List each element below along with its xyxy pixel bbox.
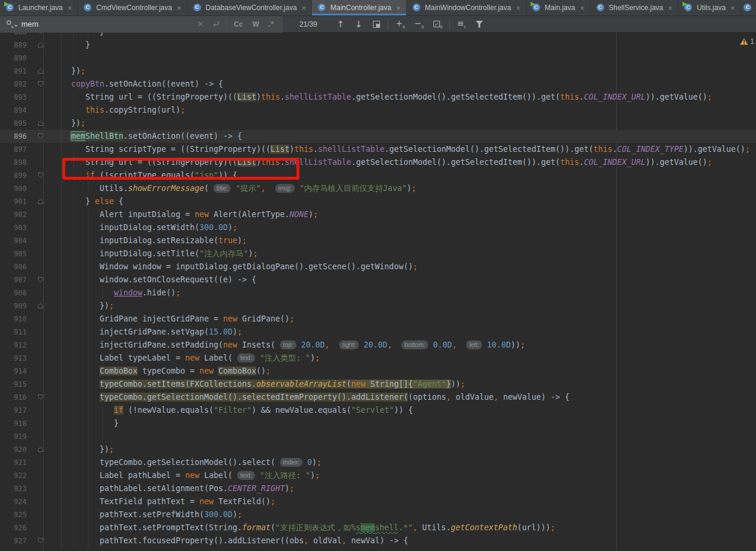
code-text[interactable]: } (62, 39, 756, 52)
tab-databaseviewcontroller-java[interactable]: CDatabaseViewController.java× (187, 0, 312, 15)
code-line-908[interactable]: 908 window.hide(); (0, 286, 756, 300)
code-line-914[interactable]: 914 ComboBox typeCombo = new ComboBox(); (0, 365, 756, 378)
code-line-913[interactable]: 913 Label typeLabel = new Label( text: "… (0, 352, 756, 365)
code-line-907[interactable]: 907 window.setOnCloseRequest((e) -> { (0, 273, 756, 286)
code-text[interactable]: Label pathLabel = new Label( text: "注入路径… (62, 469, 756, 482)
words-toggle[interactable]: W (253, 20, 259, 28)
clear-search-icon[interactable]: ✕ (197, 20, 203, 28)
code-text[interactable]: if (!scriptType.equals("jsp")) { (62, 169, 756, 182)
select-all-occurrences-button[interactable]: ✓II (433, 18, 442, 30)
close-tab-icon[interactable]: × (177, 4, 181, 12)
code-line-918[interactable]: 918 } (0, 417, 756, 430)
code-line-924[interactable]: 924 TextField pathText = new TextField()… (0, 495, 756, 508)
fold-down-icon[interactable] (27, 33, 62, 39)
code-text[interactable]: typeCombo.getSelectionModel().select( in… (62, 456, 756, 469)
remove-occurrence-button[interactable]: −II (414, 18, 424, 30)
code-text[interactable] (62, 430, 756, 443)
fold-up-icon[interactable] (27, 117, 62, 130)
code-line-905[interactable]: 905 inputDialog.setTitle("注入内存马"); (0, 247, 756, 260)
code-text[interactable]: Utils.showErrorMessage( title: "提示", msg… (62, 182, 756, 195)
search-input[interactable]: mem ✕ Cc W .* (0, 16, 283, 33)
code-text[interactable]: injectGridPane.setVgap(15.0D); (62, 326, 756, 339)
code-line-894[interactable]: 894 this.copyString(url); (0, 104, 756, 117)
code-text[interactable]: window.hide(); (62, 286, 756, 300)
regex-toggle[interactable]: .* (269, 20, 273, 28)
code-line-926[interactable]: 926 pathText.setPromptText(String.format… (0, 521, 756, 534)
tab-launcher-java[interactable]: CLauncher.java× (0, 0, 78, 15)
code-text[interactable]: } (62, 417, 756, 430)
close-tab-icon[interactable]: × (396, 4, 401, 12)
match-case-toggle[interactable]: Cc (234, 20, 243, 28)
code-line-912[interactable]: 912 injectGridPane.setPadding(new Insets… (0, 339, 756, 352)
code-text[interactable] (62, 52, 756, 65)
search-options-button[interactable]: ≡I (457, 18, 465, 30)
code-text[interactable]: typeCombo.setItems(FXCollections.observa… (62, 378, 756, 391)
code-text[interactable]: }); (62, 443, 756, 456)
code-line-919[interactable]: 919 (0, 430, 756, 443)
code-line-922[interactable]: 922 Label pathLabel = new Label( text: "… (0, 469, 756, 482)
fold-up-icon[interactable] (27, 39, 62, 52)
code-text[interactable]: inputDialog.setResizable(true); (62, 234, 756, 247)
code-line-921[interactable]: 921 typeCombo.getSelectionModel().select… (0, 456, 756, 469)
code-area[interactable]: 888 }889 }890891 });892 copyBtn.setOnAct… (0, 33, 756, 547)
code-text[interactable]: memShellBtn.setOnAction((event) -> { (62, 130, 756, 143)
close-tab-icon[interactable]: × (68, 4, 72, 12)
code-text[interactable]: }); (62, 65, 756, 78)
close-tab-icon[interactable]: × (302, 4, 307, 12)
search-icon[interactable] (6, 20, 18, 29)
filter-icon[interactable] (476, 21, 483, 28)
code-text[interactable]: inputDialog.setWidth(300.0D); (62, 221, 756, 234)
code-line-899[interactable]: 899 if (!scriptType.equals("jsp")) { (0, 169, 756, 182)
code-line-891[interactable]: 891 }); (0, 65, 756, 78)
code-text[interactable]: inputDialog.setTitle("注入内存马"); (62, 247, 756, 260)
code-line-903[interactable]: 903 inputDialog.setWidth(300.0D); (0, 221, 756, 234)
fold-up-icon[interactable] (27, 300, 62, 313)
code-line-923[interactable]: 923 pathLabel.setAlignment(Pos.CENTER_RI… (0, 482, 756, 495)
code-text[interactable]: window.setOnCloseRequest((e) -> { (62, 273, 756, 286)
code-text[interactable]: }); (62, 300, 756, 313)
fold-up-icon[interactable] (27, 65, 62, 78)
tab-main-java[interactable]: CMain.java× (527, 0, 591, 15)
code-line-895[interactable]: 895 }); (0, 117, 756, 130)
find-all-button[interactable] (373, 21, 380, 28)
previous-occurrence-button[interactable]: ↑ (337, 19, 344, 30)
search-query-text[interactable]: mem (21, 20, 193, 28)
code-line-917[interactable]: 917 if (!newValue.equals("Filter") && ne… (0, 404, 756, 417)
code-text[interactable]: } (62, 33, 756, 39)
fold-up-icon[interactable] (27, 195, 62, 208)
fold-down-icon[interactable] (27, 273, 62, 286)
code-line-889[interactable]: 889 } (0, 39, 756, 52)
fold-down-icon[interactable] (27, 169, 62, 182)
code-text[interactable]: String url = ((StringProperty)((List)thi… (62, 91, 756, 104)
tab-partial[interactable]: C (741, 0, 752, 15)
code-text[interactable]: pathText.setPrefWidth(300.0D); (62, 508, 756, 521)
tab-shellservice-java[interactable]: CShellService.java× (591, 0, 679, 15)
close-tab-icon[interactable]: × (668, 4, 673, 12)
fold-down-icon[interactable] (27, 391, 62, 404)
code-text[interactable]: copyBtn.setOnAction((event) -> { (62, 78, 756, 91)
code-line-900[interactable]: 900 Utils.showErrorMessage( title: "提示",… (0, 182, 756, 195)
code-line-925[interactable]: 925 pathText.setPrefWidth(300.0D); (0, 508, 756, 521)
code-text[interactable]: ComboBox typeCombo = new ComboBox(); (62, 365, 756, 378)
close-tab-icon[interactable]: × (731, 4, 735, 12)
add-occurrence-button[interactable]: +II (395, 18, 405, 30)
code-text[interactable]: Alert inputDialog = new Alert(AlertType.… (62, 208, 756, 221)
code-editor[interactable]: 888 }889 }890891 });892 copyBtn.setOnAct… (0, 33, 756, 551)
code-text[interactable]: Label typeLabel = new Label( text: "注入类型… (62, 352, 756, 365)
code-text[interactable]: this.copyString(url); (62, 104, 756, 117)
code-line-890[interactable]: 890 (0, 52, 756, 65)
inspections-widget[interactable]: 1 (740, 37, 754, 46)
fold-down-icon[interactable] (27, 130, 62, 143)
code-line-920[interactable]: 920 }); (0, 443, 756, 456)
tab-utils-java[interactable]: CUtils.java× (678, 0, 741, 15)
code-line-896[interactable]: 896 memShellBtn.setOnAction((event) -> { (0, 130, 756, 143)
code-text[interactable]: GridPane injectGridPane = new GridPane()… (62, 313, 756, 326)
tab-maincontroller-java[interactable]: CMainController.java× (312, 0, 406, 15)
code-line-927[interactable]: 927 pathText.focusedProperty().addListen… (0, 534, 756, 547)
code-text[interactable]: injectGridPane.setPadding(new Insets( to… (62, 339, 756, 352)
tab-mainwindowcontroller-java[interactable]: CMainWindowController.java× (407, 0, 527, 15)
code-text[interactable]: if (!newValue.equals("Filter") && newVal… (62, 404, 756, 417)
code-line-901[interactable]: 901 } else { (0, 195, 756, 208)
code-text[interactable]: String scriptType = ((StringProperty)((L… (62, 143, 756, 156)
code-line-898[interactable]: 898 String url = ((StringProperty)((List… (0, 156, 756, 169)
